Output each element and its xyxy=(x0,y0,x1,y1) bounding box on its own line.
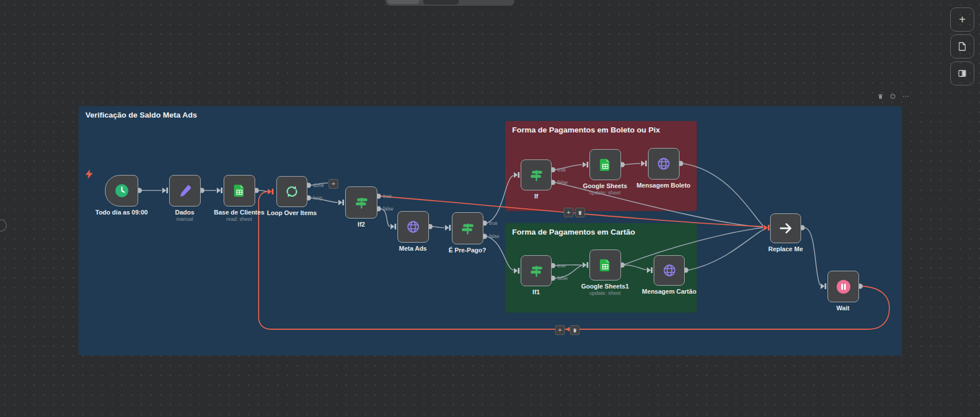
node-label: Meta Ads xyxy=(399,245,427,252)
workflow-canvas[interactable]: { "stickies": { "main": { "title": "Veri… xyxy=(0,0,980,417)
connection-base-loop[interactable] xyxy=(259,190,269,192)
node-sublabel: update: sheet xyxy=(581,290,628,296)
port-label-true: true xyxy=(557,167,566,173)
node-google-sheets[interactable] xyxy=(589,149,621,180)
node-if1[interactable] xyxy=(521,255,552,286)
node-label: Dados xyxy=(175,209,194,216)
node-label: Todo dia as 09:00 xyxy=(95,209,148,216)
connection-delete-button[interactable] xyxy=(575,208,585,217)
trigger-bolt-icon[interactable] xyxy=(85,169,93,181)
node-schedule-trigger[interactable] xyxy=(105,175,138,206)
top-popup-segment-dark xyxy=(423,0,459,5)
connection-msgcartao-replace[interactable] xyxy=(688,229,764,270)
sticky-toolbar: ⋯ xyxy=(876,92,909,100)
node-label: If1 xyxy=(533,289,540,295)
node-label: Wait xyxy=(837,305,850,311)
loop-icon xyxy=(284,184,300,200)
connection-add-button[interactable]: + xyxy=(564,208,573,217)
red-input-ports xyxy=(268,189,770,231)
top-popup-fragment xyxy=(385,0,514,6)
node-google-sheets1[interactable] xyxy=(589,250,621,280)
arrow-right-icon xyxy=(778,220,794,236)
trash-icon xyxy=(577,210,583,216)
port-label-false: false xyxy=(557,180,568,185)
connection-prepago-if1[interactable] xyxy=(487,236,513,270)
node-base-clientes[interactable] xyxy=(224,175,255,206)
port-label-done: done xyxy=(313,182,324,188)
split-panel-icon xyxy=(957,68,967,79)
node-label: Mensagem Cartão xyxy=(642,288,697,295)
port-label-true: true xyxy=(489,220,498,226)
node-replace-me[interactable] xyxy=(770,213,801,243)
node-meta-ads[interactable] xyxy=(397,211,429,243)
node-sublabel: manual xyxy=(175,216,194,222)
node-label: If2 xyxy=(358,221,365,228)
node-mensagem-cartao[interactable] xyxy=(654,255,685,286)
pencil-icon xyxy=(178,184,193,198)
node-sublabel: read: sheet xyxy=(214,216,264,222)
top-popup-segment xyxy=(388,0,419,4)
globe-icon xyxy=(662,263,677,278)
port-label-false: false xyxy=(489,233,499,239)
node-dados[interactable] xyxy=(169,175,201,206)
port-label-loop: loop xyxy=(313,195,322,201)
node-if2[interactable] xyxy=(345,186,377,219)
google-sheets-icon xyxy=(598,258,612,272)
port-label-true: true xyxy=(557,263,566,268)
plus-icon: + xyxy=(331,181,335,187)
globe-icon xyxy=(405,219,421,235)
node-label: É Pre-Pago? xyxy=(448,247,486,254)
globe-icon xyxy=(656,156,671,172)
node-sublabel: update: sheet xyxy=(583,190,627,196)
node-if[interactable] xyxy=(521,159,552,190)
node-label: Mensagem Boleto xyxy=(637,182,690,189)
plus-icon: + xyxy=(959,13,966,26)
if-signpost-icon xyxy=(460,221,475,236)
node-loop-over-items[interactable] xyxy=(276,176,307,207)
if-signpost-icon xyxy=(529,167,544,183)
sticky-color-icon[interactable] xyxy=(889,92,897,100)
node-wait[interactable] xyxy=(827,271,859,302)
connection-delete-button[interactable] xyxy=(570,325,580,335)
connection-gsheets1-replace[interactable] xyxy=(624,228,763,264)
connection-meta-prepago[interactable] xyxy=(432,227,444,228)
port-label-false: false xyxy=(557,275,568,281)
connection-replace-wait[interactable] xyxy=(805,228,820,285)
if-signpost-icon xyxy=(529,263,544,279)
node-label: Base de Clientes xyxy=(214,209,264,216)
node-mensagem-boleto[interactable] xyxy=(648,148,680,180)
pause-icon xyxy=(835,279,852,295)
connection-gsheets-msgboleto[interactable] xyxy=(624,163,641,165)
connection-prepago-if[interactable] xyxy=(487,176,513,223)
connection-gsheets1-msgcartao[interactable] xyxy=(624,265,646,270)
node-label: Loop Over Items xyxy=(267,209,317,216)
wire-direction-arrow xyxy=(565,327,569,332)
clock-icon xyxy=(114,183,130,198)
google-sheets-icon xyxy=(232,184,247,198)
add-node-button[interactable]: + xyxy=(950,7,974,32)
delete-sticky-icon[interactable] xyxy=(876,92,884,100)
node-label: Google Sheets1 xyxy=(581,283,628,290)
plus-icon: + xyxy=(567,209,570,216)
connection-add-button[interactable]: + xyxy=(555,325,565,335)
google-sheets-icon xyxy=(598,158,612,172)
add-connected-node-button[interactable]: + xyxy=(329,179,338,189)
node-e-pre-pago[interactable] xyxy=(452,212,483,244)
if-signpost-icon xyxy=(354,195,369,211)
port-label-true: true xyxy=(383,193,392,199)
trash-icon xyxy=(572,328,577,333)
plus-icon: + xyxy=(558,327,561,333)
sticky-options-icon[interactable]: ⋯ xyxy=(901,92,909,100)
node-label: If xyxy=(534,193,538,200)
node-label: Replace Me xyxy=(768,245,803,252)
node-label: Google Sheets xyxy=(583,182,627,189)
toggle-panel-button[interactable] xyxy=(950,61,974,85)
sticky-note-icon xyxy=(957,41,967,52)
add-sticky-button[interactable] xyxy=(950,34,974,59)
port-label-false: false xyxy=(383,206,393,212)
